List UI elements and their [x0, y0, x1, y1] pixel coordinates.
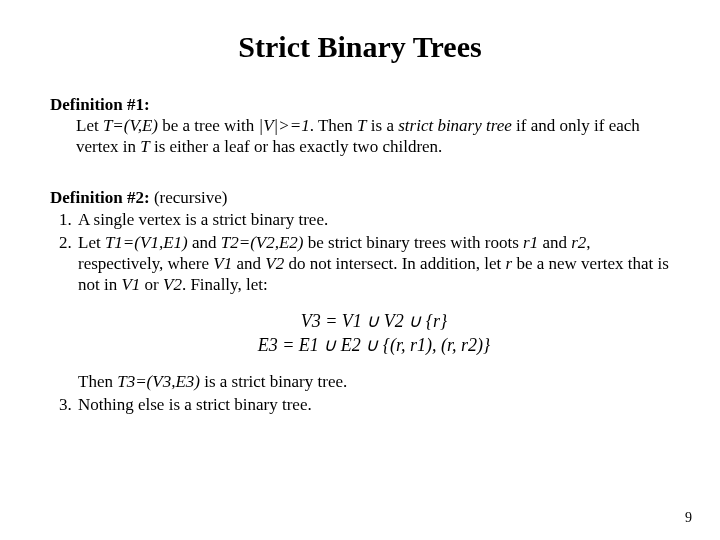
var-T1: T1=(V1,E1): [105, 233, 188, 252]
var-r1: r1: [523, 233, 538, 252]
var-T: T: [140, 137, 149, 156]
equation-V3: V3 = V1 ∪ V2 ∪ {r}: [78, 310, 670, 333]
slide-title: Strict Binary Trees: [50, 28, 670, 66]
list-item: Nothing else is a strict binary tree.: [76, 394, 670, 415]
text: and: [538, 233, 571, 252]
text: do not intersect. In addition, let: [284, 254, 505, 273]
text: . Finally, let:: [182, 275, 268, 294]
var-V1: V1: [213, 254, 232, 273]
var-T3: T3=(V3,E3): [117, 372, 200, 391]
text: is either a leaf or has exactly two chil…: [150, 137, 443, 156]
def2-heading-line: Definition #2: (recursive): [50, 187, 670, 208]
var-V2: V2: [265, 254, 284, 273]
def2-heading: Definition #2:: [50, 188, 150, 207]
text: is a strict binary tree.: [200, 372, 347, 391]
def2-item1: A single vertex is a strict binary tree.: [78, 210, 328, 229]
equations: V3 = V1 ∪ V2 ∪ {r} E3 = E1 ∪ E2 ∪ {(r, r…: [78, 310, 670, 357]
var-TVE: T=(V,E): [103, 116, 158, 135]
def2-item3: Nothing else is a strict binary tree.: [78, 395, 312, 414]
equation-E3: E3 = E1 ∪ E2 ∪ {(r, r1), (r, r2)}: [78, 334, 670, 357]
text: . Then: [310, 116, 357, 135]
def2-after-eq: Then T3=(V3,E3) is a strict binary tree.: [78, 371, 670, 392]
page-number: 9: [685, 509, 692, 527]
definition-2: Definition #2: (recursive) A single vert…: [50, 187, 670, 415]
text: be a tree with: [158, 116, 259, 135]
def2-list: A single vertex is a strict binary tree.…: [50, 209, 670, 416]
text: be strict binary trees with roots: [304, 233, 524, 252]
var-V1: V1: [121, 275, 140, 294]
text: or: [140, 275, 163, 294]
def2-qualifier: (recursive): [150, 188, 228, 207]
text: is a: [367, 116, 399, 135]
def1-body: Let T=(V,E) be a tree with |V|>=1. Then …: [50, 115, 670, 158]
definition-1: Definition #1: Let T=(V,E) be a tree wit…: [50, 94, 670, 158]
list-item: A single vertex is a strict binary tree.: [76, 209, 670, 230]
def1-heading: Definition #1:: [50, 94, 670, 115]
var-T: T: [357, 116, 366, 135]
list-item: Let T1=(V1,E1) and T2=(V2,E2) be strict …: [76, 232, 670, 392]
text: and: [188, 233, 221, 252]
text: Let: [78, 233, 105, 252]
var-T2: T2=(V2,E2): [221, 233, 304, 252]
var-V2: V2: [163, 275, 182, 294]
var-Vge1: |V|>=1: [259, 116, 310, 135]
term-strict-binary-tree: strict binary tree: [398, 116, 512, 135]
slide: Strict Binary Trees Definition #1: Let T…: [0, 0, 720, 540]
text: Then: [78, 372, 117, 391]
text: and: [232, 254, 265, 273]
text: Let: [76, 116, 103, 135]
var-r2: r2: [571, 233, 586, 252]
